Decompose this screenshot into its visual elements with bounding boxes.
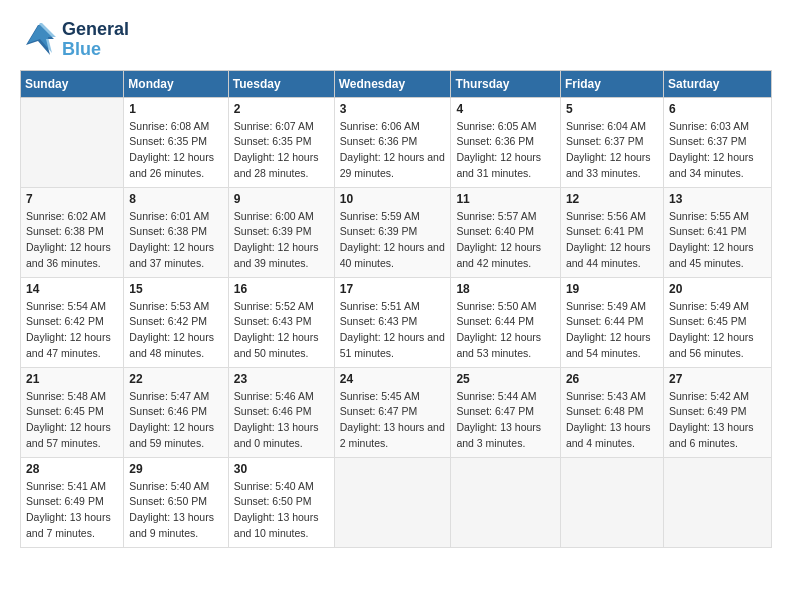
day-info: Sunrise: 5:57 AMSunset: 6:40 PMDaylight:… — [456, 209, 555, 272]
day-info: Sunrise: 5:48 AMSunset: 6:45 PMDaylight:… — [26, 389, 118, 452]
day-number: 7 — [26, 192, 118, 206]
day-number: 15 — [129, 282, 222, 296]
day-info: Sunrise: 5:51 AMSunset: 6:43 PMDaylight:… — [340, 299, 446, 362]
day-number: 6 — [669, 102, 766, 116]
day-number: 20 — [669, 282, 766, 296]
day-number: 11 — [456, 192, 555, 206]
calendar-cell: 15Sunrise: 5:53 AMSunset: 6:42 PMDayligh… — [124, 277, 228, 367]
calendar-week-row: 28Sunrise: 5:41 AMSunset: 6:49 PMDayligh… — [21, 457, 772, 547]
day-number: 9 — [234, 192, 329, 206]
calendar-cell — [334, 457, 451, 547]
day-number: 12 — [566, 192, 658, 206]
day-number: 18 — [456, 282, 555, 296]
day-info: Sunrise: 6:04 AMSunset: 6:37 PMDaylight:… — [566, 119, 658, 182]
calendar-cell: 11Sunrise: 5:57 AMSunset: 6:40 PMDayligh… — [451, 187, 561, 277]
calendar-cell: 1Sunrise: 6:08 AMSunset: 6:35 PMDaylight… — [124, 97, 228, 187]
calendar-cell: 4Sunrise: 6:05 AMSunset: 6:36 PMDaylight… — [451, 97, 561, 187]
day-number: 28 — [26, 462, 118, 476]
day-info: Sunrise: 5:40 AMSunset: 6:50 PMDaylight:… — [129, 479, 222, 542]
day-number: 23 — [234, 372, 329, 386]
calendar-cell — [663, 457, 771, 547]
day-info: Sunrise: 6:00 AMSunset: 6:39 PMDaylight:… — [234, 209, 329, 272]
day-info: Sunrise: 5:41 AMSunset: 6:49 PMDaylight:… — [26, 479, 118, 542]
day-info: Sunrise: 6:07 AMSunset: 6:35 PMDaylight:… — [234, 119, 329, 182]
day-number: 5 — [566, 102, 658, 116]
calendar-body: 1Sunrise: 6:08 AMSunset: 6:35 PMDaylight… — [21, 97, 772, 547]
day-number: 21 — [26, 372, 118, 386]
day-number: 27 — [669, 372, 766, 386]
day-info: Sunrise: 5:59 AMSunset: 6:39 PMDaylight:… — [340, 209, 446, 272]
calendar-cell: 21Sunrise: 5:48 AMSunset: 6:45 PMDayligh… — [21, 367, 124, 457]
calendar-cell: 7Sunrise: 6:02 AMSunset: 6:38 PMDaylight… — [21, 187, 124, 277]
calendar-cell: 3Sunrise: 6:06 AMSunset: 6:36 PMDaylight… — [334, 97, 451, 187]
calendar-cell: 8Sunrise: 6:01 AMSunset: 6:38 PMDaylight… — [124, 187, 228, 277]
calendar-table: SundayMondayTuesdayWednesdayThursdayFrid… — [20, 70, 772, 548]
calendar-cell: 10Sunrise: 5:59 AMSunset: 6:39 PMDayligh… — [334, 187, 451, 277]
weekday-header: Thursday — [451, 70, 561, 97]
calendar-cell: 23Sunrise: 5:46 AMSunset: 6:46 PMDayligh… — [228, 367, 334, 457]
logo-wordmark: General Blue — [20, 20, 129, 60]
day-info: Sunrise: 5:53 AMSunset: 6:42 PMDaylight:… — [129, 299, 222, 362]
day-info: Sunrise: 5:42 AMSunset: 6:49 PMDaylight:… — [669, 389, 766, 452]
weekday-header: Tuesday — [228, 70, 334, 97]
day-info: Sunrise: 5:52 AMSunset: 6:43 PMDaylight:… — [234, 299, 329, 362]
day-number: 3 — [340, 102, 446, 116]
calendar-cell: 12Sunrise: 5:56 AMSunset: 6:41 PMDayligh… — [560, 187, 663, 277]
calendar-cell: 13Sunrise: 5:55 AMSunset: 6:41 PMDayligh… — [663, 187, 771, 277]
weekday-header: Wednesday — [334, 70, 451, 97]
day-info: Sunrise: 5:43 AMSunset: 6:48 PMDaylight:… — [566, 389, 658, 452]
day-number: 16 — [234, 282, 329, 296]
day-info: Sunrise: 5:49 AMSunset: 6:44 PMDaylight:… — [566, 299, 658, 362]
day-number: 22 — [129, 372, 222, 386]
weekday-header: Friday — [560, 70, 663, 97]
calendar-cell: 28Sunrise: 5:41 AMSunset: 6:49 PMDayligh… — [21, 457, 124, 547]
day-info: Sunrise: 5:50 AMSunset: 6:44 PMDaylight:… — [456, 299, 555, 362]
day-number: 14 — [26, 282, 118, 296]
day-number: 2 — [234, 102, 329, 116]
day-info: Sunrise: 5:46 AMSunset: 6:46 PMDaylight:… — [234, 389, 329, 452]
day-info: Sunrise: 5:54 AMSunset: 6:42 PMDaylight:… — [26, 299, 118, 362]
day-number: 24 — [340, 372, 446, 386]
calendar-cell: 5Sunrise: 6:04 AMSunset: 6:37 PMDaylight… — [560, 97, 663, 187]
day-info: Sunrise: 5:44 AMSunset: 6:47 PMDaylight:… — [456, 389, 555, 452]
calendar-cell — [21, 97, 124, 187]
day-number: 13 — [669, 192, 766, 206]
logo-bird-icon — [20, 21, 58, 59]
calendar-header-row: SundayMondayTuesdayWednesdayThursdayFrid… — [21, 70, 772, 97]
calendar-cell: 14Sunrise: 5:54 AMSunset: 6:42 PMDayligh… — [21, 277, 124, 367]
day-number: 17 — [340, 282, 446, 296]
day-info: Sunrise: 5:49 AMSunset: 6:45 PMDaylight:… — [669, 299, 766, 362]
day-number: 30 — [234, 462, 329, 476]
day-number: 25 — [456, 372, 555, 386]
calendar-cell: 27Sunrise: 5:42 AMSunset: 6:49 PMDayligh… — [663, 367, 771, 457]
day-info: Sunrise: 6:06 AMSunset: 6:36 PMDaylight:… — [340, 119, 446, 182]
day-info: Sunrise: 5:55 AMSunset: 6:41 PMDaylight:… — [669, 209, 766, 272]
day-number: 19 — [566, 282, 658, 296]
day-info: Sunrise: 5:47 AMSunset: 6:46 PMDaylight:… — [129, 389, 222, 452]
day-number: 10 — [340, 192, 446, 206]
calendar-cell: 20Sunrise: 5:49 AMSunset: 6:45 PMDayligh… — [663, 277, 771, 367]
page-header: General Blue — [20, 20, 772, 60]
calendar-cell: 19Sunrise: 5:49 AMSunset: 6:44 PMDayligh… — [560, 277, 663, 367]
day-number: 4 — [456, 102, 555, 116]
day-info: Sunrise: 6:08 AMSunset: 6:35 PMDaylight:… — [129, 119, 222, 182]
calendar-week-row: 14Sunrise: 5:54 AMSunset: 6:42 PMDayligh… — [21, 277, 772, 367]
calendar-cell: 16Sunrise: 5:52 AMSunset: 6:43 PMDayligh… — [228, 277, 334, 367]
day-info: Sunrise: 6:05 AMSunset: 6:36 PMDaylight:… — [456, 119, 555, 182]
day-info: Sunrise: 6:03 AMSunset: 6:37 PMDaylight:… — [669, 119, 766, 182]
logo-blue: Blue — [62, 40, 129, 60]
calendar-cell: 25Sunrise: 5:44 AMSunset: 6:47 PMDayligh… — [451, 367, 561, 457]
day-info: Sunrise: 5:40 AMSunset: 6:50 PMDaylight:… — [234, 479, 329, 542]
weekday-header: Sunday — [21, 70, 124, 97]
day-number: 1 — [129, 102, 222, 116]
calendar-cell: 24Sunrise: 5:45 AMSunset: 6:47 PMDayligh… — [334, 367, 451, 457]
calendar-cell: 26Sunrise: 5:43 AMSunset: 6:48 PMDayligh… — [560, 367, 663, 457]
calendar-cell: 18Sunrise: 5:50 AMSunset: 6:44 PMDayligh… — [451, 277, 561, 367]
day-info: Sunrise: 5:56 AMSunset: 6:41 PMDaylight:… — [566, 209, 658, 272]
calendar-week-row: 1Sunrise: 6:08 AMSunset: 6:35 PMDaylight… — [21, 97, 772, 187]
day-number: 26 — [566, 372, 658, 386]
logo: General Blue — [20, 20, 129, 60]
day-number: 8 — [129, 192, 222, 206]
day-info: Sunrise: 6:01 AMSunset: 6:38 PMDaylight:… — [129, 209, 222, 272]
calendar-cell: 29Sunrise: 5:40 AMSunset: 6:50 PMDayligh… — [124, 457, 228, 547]
